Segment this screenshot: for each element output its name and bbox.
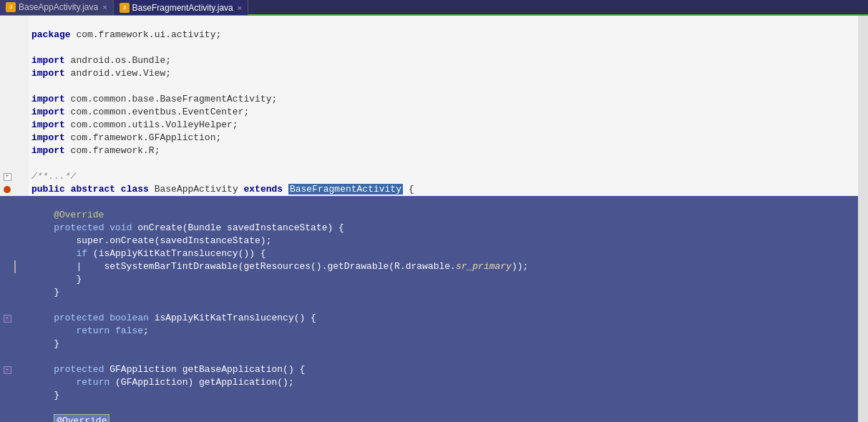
selected-line: - protected GFAppliction getBaseApplicat… — [0, 363, 858, 376]
selected-line: protected void onCreate(Bundle savedInst… — [0, 222, 858, 235]
line-row: import com.common.base.BaseFragmentActiv… — [0, 93, 858, 106]
line-row — [0, 157, 858, 170]
tab1-label: BaseAppActivity.java — [19, 2, 98, 12]
line-content: | setSystemBarTintDrawable(getResources(… — [29, 260, 858, 273]
line-content: } — [29, 389, 858, 402]
line-fold — [14, 29, 29, 41]
line-row: import com.common.eventbus.EventCenter; — [0, 106, 858, 119]
tab-bar: J BaseAppActivity.java × J BaseFragmentA… — [0, 0, 868, 16]
line-content: protected GFAppliction getBaseApplicatio… — [29, 363, 858, 376]
line-content — [29, 16, 858, 29]
selected-line: @Override — [0, 415, 858, 422]
line-row: + /**...*/ — [0, 170, 858, 183]
selected-line: super.onCreate(savedInstanceState); — [0, 235, 858, 247]
selected-line: } — [0, 338, 858, 350]
line-content: } — [29, 273, 858, 286]
fold-icon-3[interactable]: - — [4, 366, 11, 374]
selected-line: return (GFAppliction) getApplication(); — [0, 376, 858, 389]
class-declaration-line: public abstract class BaseAppActivity ex… — [0, 183, 858, 196]
line-gutter-left — [0, 29, 14, 41]
line-row: import android.view.View; — [0, 67, 858, 80]
line-content: import com.common.base.BaseFragmentActiv… — [29, 93, 858, 106]
line-content: /**...*/ — [29, 170, 858, 183]
selected-line: } — [0, 389, 858, 402]
selected-line — [0, 196, 858, 209]
tab2-close[interactable]: × — [238, 4, 242, 12]
tab2-icon: J — [120, 3, 130, 13]
line-row: import com.framework.GFAppliction; — [0, 132, 858, 144]
line-content: return false; — [29, 325, 858, 338]
line-content: public abstract class BaseAppActivity ex… — [29, 183, 858, 196]
fold-icon[interactable]: + — [4, 173, 11, 181]
selected-line — [0, 350, 858, 363]
selected-line: if (isApplyKitKatTranslucency()) { — [0, 247, 858, 260]
line-content: @Override — [29, 415, 858, 422]
tab-1[interactable]: J BaseAppActivity.java × — [0, 0, 114, 15]
selected-line: return false; — [0, 325, 858, 338]
line-content: return (GFAppliction) getApplication(); — [29, 376, 858, 389]
tab2-label: BaseFragmentActivity.java — [132, 3, 233, 13]
line-row: import com.framework.R; — [0, 144, 858, 157]
selected-line: } — [0, 273, 858, 286]
line-gutter-left — [0, 16, 14, 29]
line-row: import com.common.utils.VolleyHelper; — [0, 119, 858, 132]
code-lines: package com.framework.ui.activity; impor… — [0, 16, 858, 422]
tab1-icon: J — [6, 2, 16, 12]
scrollbar-panel[interactable] — [858, 16, 868, 422]
line-row — [0, 80, 858, 93]
selected-line: | setSystemBarTintDrawable(getResources(… — [0, 260, 858, 273]
line-row: import android.os.Bundle; — [0, 54, 858, 67]
line-content: super.onCreate(savedInstanceState); — [29, 235, 858, 247]
tab-2[interactable]: J BaseFragmentActivity.java × — [114, 0, 249, 15]
tab1-close[interactable]: × — [102, 3, 107, 11]
line-content: if (isApplyKitKatTranslucency()) { — [29, 247, 858, 260]
line-content: @Override — [29, 209, 858, 222]
line-fold — [14, 16, 29, 29]
code-editor: package com.framework.ui.activity; impor… — [0, 16, 868, 422]
editor-window: J BaseAppActivity.java × J BaseFragmentA… — [0, 0, 868, 422]
line-content: protected void onCreate(Bundle savedInst… — [29, 222, 858, 235]
line-content: } — [29, 286, 858, 299]
line-row — [0, 16, 858, 29]
selected-line: @Override — [0, 209, 858, 222]
line-row: package com.framework.ui.activity; — [0, 29, 858, 41]
breakpoint-icon — [4, 186, 11, 193]
line-content: import com.common.eventbus.EventCenter; — [29, 106, 858, 119]
selected-line: } — [0, 286, 858, 299]
line-content: import com.common.utils.VolleyHelper; — [29, 119, 858, 132]
selected-line — [0, 402, 858, 415]
line-content: import com.framework.GFAppliction; — [29, 132, 858, 144]
line-content: import android.view.View; — [29, 67, 858, 80]
line-content: import android.os.Bundle; — [29, 54, 858, 67]
selected-line: - protected boolean isApplyKitKatTranslu… — [0, 312, 858, 325]
fold-icon-2[interactable]: - — [4, 315, 11, 323]
line-content: package com.framework.ui.activity; — [29, 29, 858, 41]
selected-line — [0, 299, 858, 312]
line-row — [0, 41, 858, 54]
line-content: import com.framework.R; — [29, 144, 858, 157]
line-content: protected boolean isApplyKitKatTransluce… — [29, 312, 858, 325]
line-content: } — [29, 338, 858, 350]
